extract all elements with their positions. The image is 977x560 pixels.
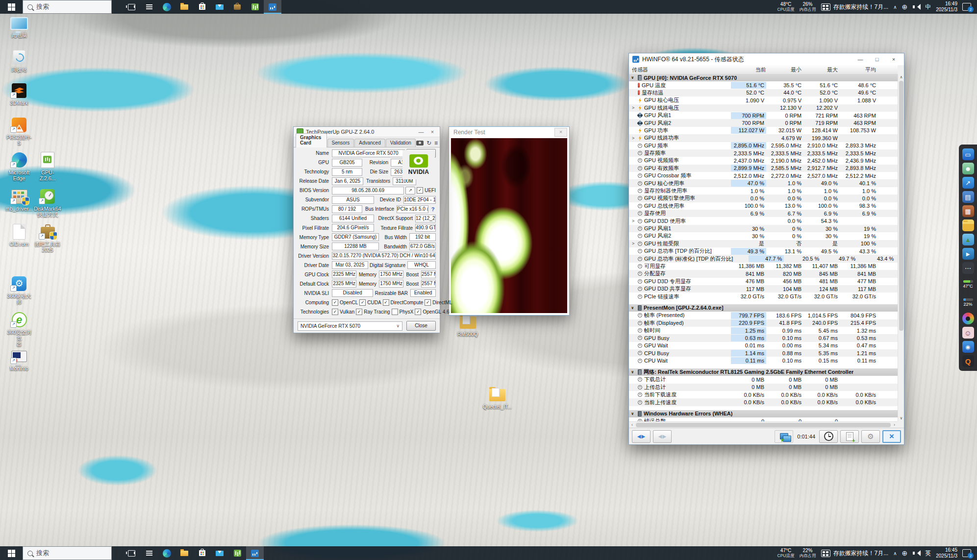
sensor-row[interactable]: PCIe 链接速率32.0 GT/s32.0 GT/s32.0 GT/s32.0… [629,292,898,300]
minimize-icon[interactable]: — [417,129,426,135]
taskbar-toolbox-button[interactable] [228,0,246,14]
desktop-icon-回收站[interactable]: 回收站 [5,49,33,73]
dock-share-icon[interactable]: ↗ [962,177,974,189]
desktop-icon-图吧工具箱[interactable]: ↗图吧工具箱2025 [33,223,62,253]
desktop-icon-3DMark[interactable]: ↗3DMark [5,82,33,106]
taskbar-task-view-button[interactable] [123,0,140,14]
minimize-icon[interactable]: — [853,56,867,62]
sensor-row[interactable]: GPU 频率2,895.0 MHz2,595.0 MHz2,910.0 MHz2… [629,142,898,149]
scroll-down-icon[interactable]: ∨ [898,415,904,421]
screenshot-icon[interactable] [416,141,424,146]
sensor-row[interactable]: 帧时间1.25 ms0.99 ms5.45 ms1.32 ms [629,327,898,334]
taskbar-edge-button[interactable] [158,0,175,14]
close-icon[interactable]: × [428,129,437,135]
device-select[interactable]: NVIDIA GeForce RTX 5070 ∨ [298,321,402,331]
news-widget[interactable]: 存款搬家持续！7月... [821,549,889,558]
column-max[interactable]: 最大 [805,66,842,73]
menu-icon[interactable]: ≡ [434,140,438,146]
export-icon[interactable]: ↗ [405,187,415,195]
sensor-row[interactable]: 当前下载速度0.0 KB/s0.0 KB/s0.0 KB/s0.0 KB/s [629,391,898,398]
hidden-icons-chevron[interactable]: ∧ [893,4,897,10]
nav-back-button[interactable]: ◀▶ [632,430,651,443]
dock-game-icon[interactable]: ▦ [962,205,974,217]
taskbar-mail-button[interactable] [211,0,228,14]
notification-button[interactable]: 2 [962,549,971,557]
tab-Sensors[interactable]: Sensors [327,139,354,147]
dock-video-icon[interactable]: ▶ [962,248,974,260]
desktop-icon-此电脑[interactable]: 此电脑 [5,15,33,38]
sensor-row[interactable]: GPU D3D 专用显存476 MB456 MB481 MB477 MB [629,278,898,285]
sensor-row[interactable]: 帧率 (Presented)799.7 FPS183.6 FPS1,014.5 … [629,312,898,319]
column-current[interactable]: 当前 [715,66,770,73]
dock-search-icon[interactable]: Q [962,355,974,367]
scrollbar-thumb[interactable] [636,423,891,427]
sensor-row[interactable]: 显存频率2,333.5 MHz2,333.5 MHz2,333.5 MHz2,3… [629,149,898,157]
scroll-right-icon[interactable]: › [891,422,898,428]
sensor-group-header[interactable]: ∨PresentMon [GPU-Z.2.64.0.exe] [629,304,898,312]
network-globe-icon[interactable]: ⊕ [902,3,908,11]
checkbox-CUDA[interactable]: ✓CUDA [359,299,381,306]
clock-indicator[interactable]: 16:452025/11/3 [936,547,957,560]
desktop-icon-360安全浏览[interactable]: e↗360安全浏览器 [5,312,33,347]
close-icon[interactable]: × [887,56,901,62]
sensor-row[interactable]: 上传总计0 MB0 MB0 MB [629,384,898,391]
dock-avatar-icon[interactable]: ☺ [962,327,974,339]
scrollbar-thumb[interactable] [899,81,903,331]
clock-indicator[interactable]: 16:492025/11/3 [936,1,957,13]
sensor-row[interactable]: GPU 功率112.027 W32.015 W128.414 W108.753 … [629,127,898,134]
dock-color-wheel-icon[interactable] [962,313,974,324]
network-monitor-button[interactable] [775,430,793,443]
close-icon[interactable]: × [554,128,567,137]
close-sensors-button[interactable]: × [882,430,901,443]
checkbox-UEFI[interactable]: ✓UEFI [417,187,436,194]
sensor-row[interactable]: 可用显存11,386 MB11,382 MB11,407 MB11,386 MB [629,263,898,270]
sensor-row[interactable]: GPU 核心电压1.090 V0.975 V1.090 V1.088 V [629,97,898,104]
sensor-row[interactable]: 帧率 (Displayed)220.9 FPS41.8 FPS240.0 FPS… [629,319,898,327]
sensor-row[interactable]: GPU Wait0.01 ms0.00 ms5.34 ms0.47 ms [629,342,898,349]
desktop-icon-MonInfo[interactable]: ↗MonInfo [5,348,33,371]
start-button[interactable] [0,0,23,14]
horizontal-scrollbar[interactable]: ‹ › [629,421,898,428]
sensor-row[interactable]: 错误总数000 [629,417,898,421]
taskbar-edge-button[interactable] [158,546,175,560]
sensor-group-header[interactable]: ∨GPU [#0]: NVIDIA GeForce RTX 5070 [629,74,898,81]
sensor-row[interactable]: GPU 总功率 [TDP 的百分比]49.3 %13.1 %49.5 %43.3… [629,247,898,255]
desktop-icon-Quectel_IT...[interactable]: Quectel_IT... [483,386,511,410]
checkbox-OpenCL[interactable]: ✓OpenCL [332,299,358,306]
network-globe-icon[interactable]: ⊕ [902,549,908,557]
start-button[interactable] [0,546,23,560]
sensor-row[interactable]: GPU 总功率 (标准化) [TDP 的百分比]47.7 %20.5 %49.7… [629,255,898,262]
taskbar-search-input[interactable]: 搜索 [23,546,112,560]
scroll-up-icon[interactable]: ∧ [898,74,904,80]
sensor-row[interactable]: GPU 温度51.6 °C35.5 °C51.6 °C48.6 °C [629,81,898,89]
desktop-icon-PES2固件-S[interactable]: ↗PES2固件-S [5,117,33,146]
close-button[interactable]: Close [406,321,436,331]
checkbox-DirectCompute[interactable]: ✓DirectCompute [383,299,424,306]
sensor-row[interactable]: GPU 核心使用率47.0 %1.0 %49.0 %40.1 % [629,179,898,187]
dock-display-icon[interactable]: ▭ [962,148,974,160]
refresh-icon[interactable]: ↻ [426,140,431,146]
sensor-row[interactable]: GPU D3D 共享显存117 MB104 MB124 MB117 MB [629,285,898,292]
sensor-row[interactable]: GPU 风扇130 %0 %30 %19 % [629,225,898,232]
checkbox-DirectML[interactable]: ✓DirectML [425,299,452,306]
dock-screen-share-icon[interactable]: ◉ [962,341,974,353]
sensor-row[interactable]: 分配显存841 MB820 MB845 MB841 MB [629,270,898,277]
taskbar-search-input[interactable]: 搜索 [23,0,112,14]
volume-icon[interactable] [912,3,920,10]
sensor-group-header[interactable]: ∨Windows Hardware Errors (WHEA) [629,410,898,417]
dock-photos-icon[interactable]: ▲ [962,234,974,245]
sensor-row[interactable]: GPU Busy0.63 ms0.10 ms0.67 ms0.53 ms [629,334,898,341]
taskbar-store-button[interactable] [193,0,211,14]
taskbar-task-view-button[interactable] [123,546,140,560]
notification-button[interactable]: 2 [962,3,971,11]
sensor-row[interactable]: GPU 风扇230 %0 %30 %19 % [629,232,898,240]
cpu-temp-indicator[interactable]: 48°CCPU温度 [777,1,795,12]
sensor-row[interactable]: GPU 视频频率2,437.0 MHz2,190.0 MHz2,452.0 MH… [629,157,898,164]
sensor-row[interactable]: GPU 有效频率2,899.9 MHz2,585.5 MHz2,912.7 MH… [629,165,898,172]
taskbar-news-list-button[interactable] [140,546,158,560]
taskbar-file-explorer-button[interactable] [175,546,193,560]
tab-Advanced[interactable]: Advanced [354,139,385,147]
taskbar-hwinfo-button[interactable] [246,546,264,560]
memory-usage-indicator[interactable]: 22%内存占用 [800,548,816,558]
tab-Graphics Card[interactable]: Graphics Card [296,133,327,147]
